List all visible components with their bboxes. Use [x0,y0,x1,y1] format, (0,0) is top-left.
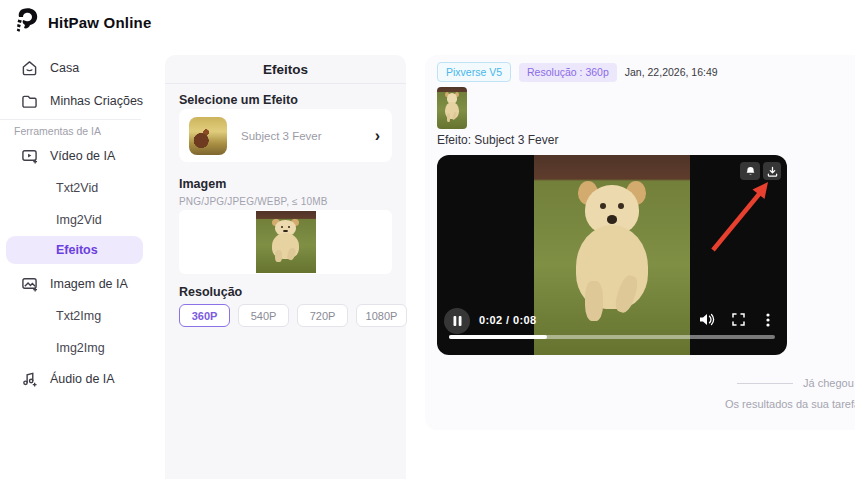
end-divider-line [737,383,793,384]
hitpaw-paw-icon [14,7,40,38]
sidebar-item-label: Imagem de IA [50,277,128,291]
folder-icon [20,94,38,109]
source-image-thumbnail[interactable] [437,87,467,129]
image-ai-icon [20,276,38,292]
results-notice: Os resultados da sua tarefa serã [725,398,855,410]
result-timestamp: Jan, 22,2026, 16:49 [625,66,718,78]
volume-button[interactable] [699,313,715,329]
bell-icon [745,166,756,177]
resolution-720p-button[interactable]: 720P [297,304,348,327]
sidebar-item-imagem-de-ia[interactable]: Imagem de IA [0,272,160,296]
image-section-label: Imagem [179,177,226,191]
sidebar-item-label: Txt2Vid [56,181,98,195]
effect-selector[interactable]: Subject 3 Fever › [179,109,392,162]
bell-button[interactable] [740,162,760,180]
effect-thumbnail [189,117,227,155]
result-effect-label: Efeito: Subject 3 Fever [437,133,558,147]
pause-button[interactable] [444,308,470,334]
result-badges: Pixverse V5 Resolução : 360p Jan, 22,202… [437,62,718,82]
resolution-options: 360P 540P 720P 1080P [179,304,407,327]
sidebar-divider [0,119,141,120]
resolution-1080p-button[interactable]: 1080P [356,304,407,327]
sidebar-item-minhas-criacoes[interactable]: Minhas Criações [0,89,160,113]
sidebar-item-label: Minhas Criações [50,94,143,108]
sidebar-item-label: Img2Img [56,341,105,355]
sidebar-item-label: Áudio de IA [50,372,115,386]
sidebar-item-casa[interactable]: Casa [0,56,160,80]
kebab-menu-icon [766,313,770,327]
fullscreen-icon [732,313,745,326]
brand-logo[interactable]: HitPaw Online [14,7,151,38]
audio-ai-icon [20,371,38,387]
sidebar-item-txt2img[interactable]: Txt2Img [0,304,160,328]
effect-name: Subject 3 Fever [241,130,322,142]
select-effect-label: Selecione um Efeito [179,93,298,107]
video-player[interactable]: 0:02 / 0:08 [437,155,787,355]
volume-icon [699,313,715,326]
chevron-right-icon: › [375,127,380,145]
sidebar-item-img2vid[interactable]: Img2Vid [0,208,160,232]
video-content [534,155,690,355]
brand-name: HitPaw Online [48,14,151,31]
resolution-badge: Resolução : 360p [519,63,617,82]
image-upload-box[interactable] [179,210,392,274]
resolution-section-label: Resolução [179,285,242,299]
sidebar-item-efeitos[interactable]: Efeitos [6,236,143,264]
download-icon [767,166,778,177]
progress-played [449,335,547,339]
resolution-360p-button[interactable]: 360P [179,304,230,327]
sidebar-item-label: Vídeo de IA [50,149,115,163]
uploaded-image-preview [256,211,316,273]
effects-panel-title: Efeitos [165,55,406,84]
sidebar-item-txt2vid[interactable]: Txt2Vid [0,176,160,200]
end-notice: Já chegou ao [803,377,855,389]
resolution-540p-button[interactable]: 540P [238,304,289,327]
sidebar-item-img2img[interactable]: Img2Img [0,336,160,360]
sidebar-section-label: Ferramentas de IA [14,125,101,137]
sidebar-item-video-de-ia[interactable]: Vídeo de IA [0,144,160,168]
sidebar-item-audio-de-ia[interactable]: Áudio de IA [0,367,160,391]
sidebar-item-label: Casa [50,61,79,75]
sidebar-item-label: Efeitos [56,243,98,257]
progress-bar[interactable] [449,335,775,339]
fullscreen-button[interactable] [732,313,745,329]
pause-icon [453,316,462,326]
more-options-button[interactable] [766,313,770,330]
end-of-results: Já chegou ao [737,377,855,389]
model-badge: Pixverse V5 [437,62,511,82]
time-display: 0:02 / 0:08 [479,314,537,326]
video-ai-icon [20,148,38,164]
effects-panel: Efeitos Selecione um Efeito Subject 3 Fe… [165,55,406,479]
result-card: Pixverse V5 Resolução : 360p Jan, 22,202… [425,55,855,430]
sidebar-item-label: Txt2Img [56,309,101,323]
sidebar-item-label: Img2Vid [56,213,102,227]
image-formats-hint: PNG/JPG/JPEG/WEBP, ≤ 10MB [179,196,328,207]
app-window: HitPaw Online Casa Minhas Criações Ferra… [0,0,855,479]
home-icon [20,60,38,76]
download-button[interactable] [763,162,781,180]
